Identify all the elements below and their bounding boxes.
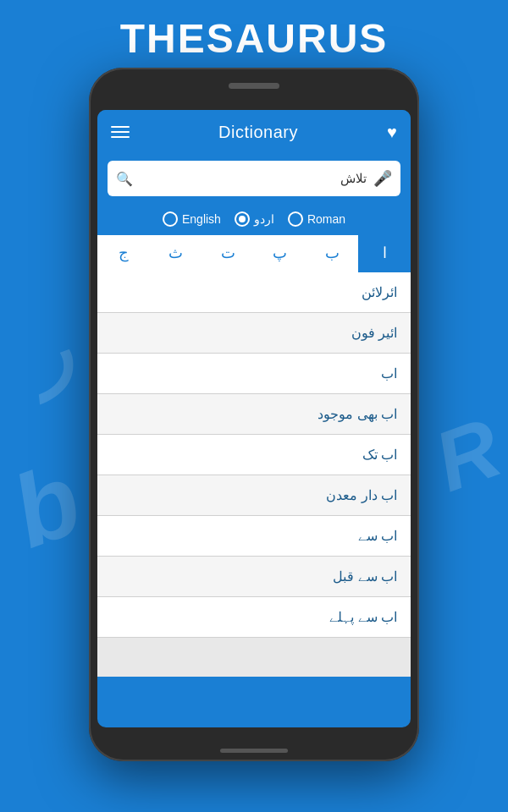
list-item[interactable]: اب دار معدن: [97, 475, 411, 516]
menu-line-2: [111, 131, 130, 133]
tab-ta[interactable]: ت: [202, 235, 254, 272]
lang-label-english: English: [182, 212, 221, 226]
lang-option-english[interactable]: English: [163, 211, 221, 227]
menu-button[interactable]: [111, 126, 130, 138]
bg-letter-urdu: ر: [16, 305, 80, 401]
lang-option-roman[interactable]: Roman: [288, 211, 345, 227]
radio-urdu-outer: [235, 211, 250, 227]
tab-pa[interactable]: پ: [254, 235, 306, 272]
bg-letter-r: R: [422, 398, 508, 511]
microphone-icon[interactable]: 🎤: [373, 169, 392, 188]
lang-option-urdu[interactable]: اردو: [235, 211, 274, 227]
list-item[interactable]: ائرلائن: [97, 272, 411, 313]
phone-home-indicator: [220, 749, 288, 753]
language-selector: English اردو Roman: [97, 203, 411, 235]
list-item[interactable]: اب سے: [97, 516, 411, 557]
tab-tha[interactable]: ث: [150, 235, 202, 272]
list-item[interactable]: اب: [97, 354, 411, 394]
phone-device: Dictionary ♥ 🔍 تلاش 🎤 English اردو R: [89, 68, 419, 761]
tab-jeem[interactable]: ج: [97, 235, 150, 272]
list-item[interactable]: اب سے قبل: [97, 557, 411, 597]
tab-alef[interactable]: ا: [358, 235, 411, 272]
menu-line-1: [111, 126, 130, 128]
letter-tabs: ا ب پ ت ث ج: [97, 235, 411, 272]
favorites-button[interactable]: ♥: [387, 123, 397, 142]
bg-letter-b: b: [0, 440, 96, 571]
list-item[interactable]: اب بھی موجود: [97, 394, 411, 435]
menu-line-3: [111, 136, 130, 138]
radio-urdu-inner: [239, 216, 246, 222]
search-bar: 🔍 تلاش 🎤: [108, 161, 400, 196]
search-icon: 🔍: [116, 171, 133, 187]
search-input[interactable]: تلاش: [140, 171, 367, 186]
radio-english: [163, 211, 178, 227]
app-header: Dictionary ♥: [97, 110, 411, 154]
lang-label-urdu: اردو: [254, 212, 274, 226]
list-item[interactable]: اب تک: [97, 435, 411, 475]
phone-screen: Dictionary ♥ 🔍 تلاش 🎤 English اردو R: [97, 110, 411, 727]
lang-label-roman: Roman: [307, 212, 345, 226]
tab-ba[interactable]: ب: [306, 235, 359, 272]
app-title: Dictionary: [218, 123, 298, 142]
page-title: THESAURUS: [0, 15, 508, 62]
list-item[interactable]: ائیر فون: [97, 313, 411, 354]
phone-speaker: [229, 83, 279, 89]
list-item[interactable]: اب سے پہلے: [97, 597, 411, 638]
word-list: ائرلائن ائیر فون اب اب بھی موجود اب تک ا…: [97, 272, 411, 677]
radio-roman: [288, 211, 303, 227]
